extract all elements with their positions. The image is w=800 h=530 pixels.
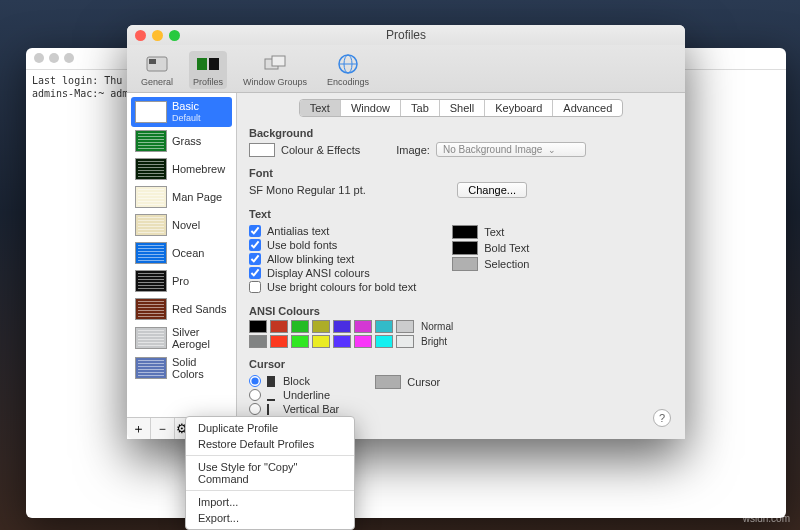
profile-actions-menu: Duplicate Profile Restore Default Profil… [185,416,355,530]
ansi-heading: ANSI Colours [249,305,673,317]
svg-rect-1 [149,59,156,64]
ansi-color-well[interactable] [312,320,330,333]
add-profile-button[interactable]: ＋ [127,418,151,439]
menu-duplicate[interactable]: Duplicate Profile [186,420,354,436]
colour-effects-label: Colour & Effects [281,144,360,156]
ansi-color-well[interactable] [291,335,309,348]
minimize-icon[interactable] [152,30,163,41]
toolbar: General Profiles Window Groups Encodings [127,45,685,93]
tab-advanced[interactable]: Advanced [553,100,622,116]
ansi-color-well[interactable] [333,320,351,333]
antialias-checkbox[interactable] [249,225,261,237]
profile-name: Ocean [172,247,204,259]
profile-item[interactable]: Pro [131,267,232,295]
tab-window[interactable]: Window [341,100,401,116]
sidebar: BasicDefaultGrassHomebrewMan PageNovelOc… [127,93,237,439]
menu-import[interactable]: Import... [186,494,354,510]
menu-separator [186,490,354,491]
profile-item[interactable]: Homebrew [131,155,232,183]
menu-restore-defaults[interactable]: Restore Default Profiles [186,436,354,452]
toolbar-encodings[interactable]: Encodings [323,51,373,89]
blinking-checkbox[interactable] [249,253,261,265]
tab-shell[interactable]: Shell [440,100,485,116]
background-image-dropdown[interactable]: No Background Image [436,142,586,157]
cursor-color-well[interactable] [375,375,401,389]
menu-use-style[interactable]: Use Style for "Copy" Command [186,459,354,487]
profile-name: Red Sands [172,303,226,315]
ansi-color-well[interactable] [270,320,288,333]
ansi-color-well[interactable] [291,320,309,333]
profile-thumb-icon [135,158,167,180]
text-color-well[interactable] [452,225,478,239]
ansi-color-well[interactable] [249,320,267,333]
background-heading: Background [249,127,673,139]
profile-item[interactable]: Ocean [131,239,232,267]
detail-tabs: TextWindowTabShellKeyboardAdvanced [299,99,624,117]
profile-sub: Default [172,112,201,124]
close-icon[interactable] [135,30,146,41]
ansi-color-well[interactable] [396,335,414,348]
profile-item[interactable]: Novel [131,211,232,239]
ansi-color-well[interactable] [249,335,267,348]
watermark: wsidn.com [743,513,790,524]
ansi-color-well[interactable] [375,335,393,348]
bright-bold-checkbox[interactable] [249,281,261,293]
preferences-titlebar: Profiles [127,25,685,45]
profile-thumb-icon [135,357,167,379]
ansi-color-well[interactable] [396,320,414,333]
bold-text-color-well[interactable] [452,241,478,255]
ansi-color-well[interactable] [354,320,372,333]
cursor-block-radio[interactable] [249,375,261,387]
profile-thumb-icon [135,186,167,208]
profile-thumb-icon [135,270,167,292]
ansi-color-well[interactable] [270,335,288,348]
profile-list[interactable]: BasicDefaultGrassHomebrewMan PageNovelOc… [127,93,236,417]
tab-text[interactable]: Text [300,100,341,116]
font-description: SF Mono Regular 11 pt. [249,184,366,196]
ansi-colours-checkbox[interactable] [249,267,261,279]
cursor-vbar-radio[interactable] [249,403,261,415]
profile-name: Solid Colors [172,356,228,380]
font-heading: Font [249,167,673,179]
background-color-well[interactable] [249,143,275,157]
profile-thumb-icon [135,214,167,236]
preferences-window: Profiles General Profiles Window Groups … [127,25,685,439]
profile-item[interactable]: Silver Aerogel [131,323,232,353]
toolbar-profiles[interactable]: Profiles [189,51,227,89]
selection-color-well[interactable] [452,257,478,271]
profile-item[interactable]: Solid Colors [131,353,232,383]
profile-item[interactable]: Grass [131,127,232,155]
remove-profile-button[interactable]: － [151,418,175,439]
encodings-icon [335,53,361,75]
profile-item[interactable]: Man Page [131,183,232,211]
menu-export[interactable]: Export... [186,510,354,526]
window-title: Profiles [127,28,685,42]
tab-keyboard[interactable]: Keyboard [485,100,553,116]
change-font-button[interactable]: Change... [457,182,527,198]
cursor-underline-radio[interactable] [249,389,261,401]
profile-name: Man Page [172,191,222,203]
ansi-color-well[interactable] [312,335,330,348]
ansi-color-well[interactable] [333,335,351,348]
ansi-color-well[interactable] [375,320,393,333]
toolbar-window-groups[interactable]: Window Groups [239,51,311,89]
tab-tab[interactable]: Tab [401,100,440,116]
help-button[interactable]: ? [653,409,671,427]
svg-rect-5 [272,56,285,66]
profile-name: Homebrew [172,163,225,175]
toolbar-general[interactable]: General [137,51,177,89]
profile-name: Pro [172,275,189,287]
bold-fonts-checkbox[interactable] [249,239,261,251]
zoom-icon[interactable] [169,30,180,41]
profile-name: Silver Aerogel [172,326,228,350]
profile-name: Novel [172,219,200,231]
profile-name: Basic [172,100,201,112]
profile-item[interactable]: Red Sands [131,295,232,323]
profile-item[interactable]: BasicDefault [131,97,232,127]
ansi-row-label: Normal [421,321,453,332]
profile-thumb-icon [135,101,167,123]
ansi-color-well[interactable] [354,335,372,348]
profile-thumb-icon [135,130,167,152]
detail-pane: TextWindowTabShellKeyboardAdvanced Backg… [237,93,685,439]
ansi-row-label: Bright [421,336,447,347]
